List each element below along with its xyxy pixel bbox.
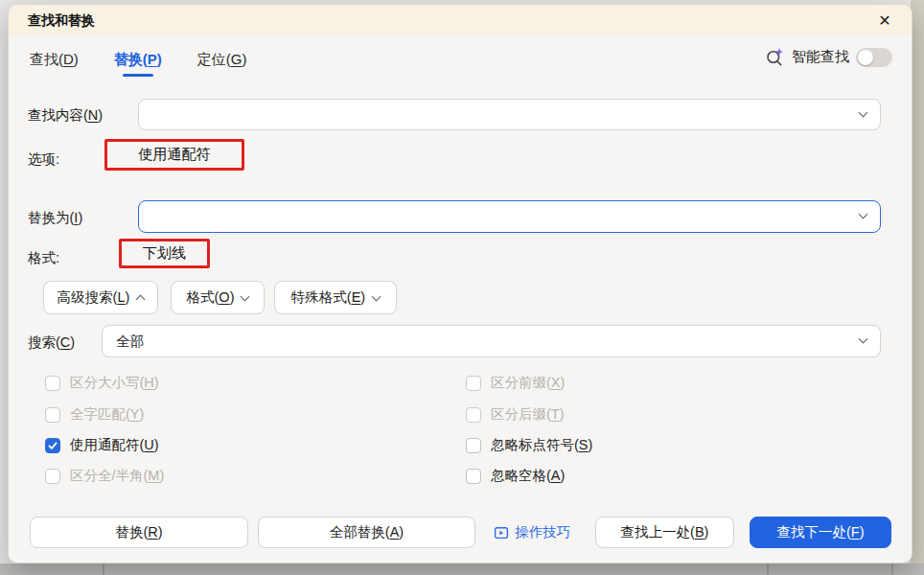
chevron-down-icon: [241, 291, 250, 301]
replace-all-button[interactable]: 全部替换(A): [258, 517, 475, 548]
background-divider: [103, 564, 104, 575]
tips-link[interactable]: 操作技巧: [494, 517, 570, 548]
options-label: 选项:: [28, 150, 59, 169]
format-annotation-box: 下划线: [119, 239, 210, 268]
search-scope-label: 搜索(C): [28, 334, 75, 352]
format-label: 格式:: [28, 249, 59, 267]
desktop-background-right: [911, 0, 924, 564]
chevron-up-icon: [136, 295, 146, 305]
find-previous-button[interactable]: 查找上一处(B): [595, 517, 734, 548]
chevron-down-icon[interactable]: [859, 334, 868, 344]
find-what-label: 查找内容(N): [28, 106, 103, 125]
replace-with-input[interactable]: [138, 200, 881, 233]
replace-with-label: 替换为(I): [28, 209, 82, 227]
options-annotation-box: 使用通配符: [104, 139, 244, 171]
checkbox-ignore-whitespace[interactable]: 忽略空格(A): [466, 467, 565, 485]
search-scope-value: 全部: [116, 333, 144, 351]
play-video-icon: [494, 525, 509, 540]
checkbox-icon: [45, 469, 60, 484]
checkbox-icon: [45, 407, 60, 423]
checkbox-ignore-punctuation[interactable]: 忽略标点符号(S): [466, 436, 592, 454]
tips-label: 操作技巧: [515, 523, 570, 541]
background-divider: [767, 564, 769, 575]
checkbox-use-wildcards[interactable]: 使用通配符(U): [45, 436, 159, 454]
replace-button[interactable]: 替换(R): [30, 517, 248, 548]
background-divider: [891, 564, 893, 575]
dialog-titlebar: 查找和替换 ✕: [9, 5, 912, 36]
find-replace-dialog: 查找和替换 ✕ 查找(D) 替换(P) 定位(G) 智能查找 查找内容(N) 选…: [8, 4, 912, 564]
checkbox-icon: [45, 376, 60, 391]
checkbox-whole-word[interactable]: 全字匹配(Y): [45, 405, 144, 424]
find-what-input[interactable]: [138, 99, 881, 130]
checkbox-icon: [466, 376, 481, 391]
tab-replace[interactable]: 替换(P): [114, 51, 162, 69]
checkbox-match-case[interactable]: 区分大小写(H): [45, 374, 159, 392]
format-value: 下划线: [143, 244, 186, 263]
smart-find: 智能查找: [765, 47, 892, 67]
advanced-search-button[interactable]: 高级搜索(L): [43, 281, 158, 314]
chevron-down-icon: [372, 291, 381, 301]
checkbox-icon: [466, 438, 481, 453]
smart-find-toggle[interactable]: [856, 48, 892, 67]
checkbox-match-prefix[interactable]: 区分前缀(X): [466, 374, 565, 392]
active-tab-indicator: [123, 74, 153, 77]
checkbox-icon: [466, 407, 481, 423]
toggle-knob: [858, 50, 873, 65]
tab-goto[interactable]: 定位(G): [197, 51, 247, 69]
chevron-down-icon[interactable]: [859, 107, 868, 117]
search-scope-dropdown[interactable]: 全部: [102, 325, 881, 357]
format-menu-button[interactable]: 格式(O): [171, 281, 265, 314]
dialog-title: 查找和替换: [28, 12, 95, 30]
tab-find[interactable]: 查找(D): [30, 51, 79, 69]
options-value: 使用通配符: [139, 146, 211, 164]
checkbox-match-suffix[interactable]: 区分后缀(T): [466, 405, 565, 424]
checkbox-checked-icon: [45, 438, 60, 453]
smart-search-icon: [765, 47, 785, 67]
checkbox-icon: [466, 469, 481, 484]
checkbox-full-half-width[interactable]: 区分全/半角(M): [45, 467, 164, 485]
smart-find-label: 智能查找: [792, 48, 849, 66]
chevron-down-icon[interactable]: [859, 210, 868, 219]
special-format-button[interactable]: 特殊格式(E): [274, 281, 397, 314]
close-icon[interactable]: ✕: [871, 10, 898, 33]
find-next-button[interactable]: 查找下一处(F): [750, 517, 891, 548]
